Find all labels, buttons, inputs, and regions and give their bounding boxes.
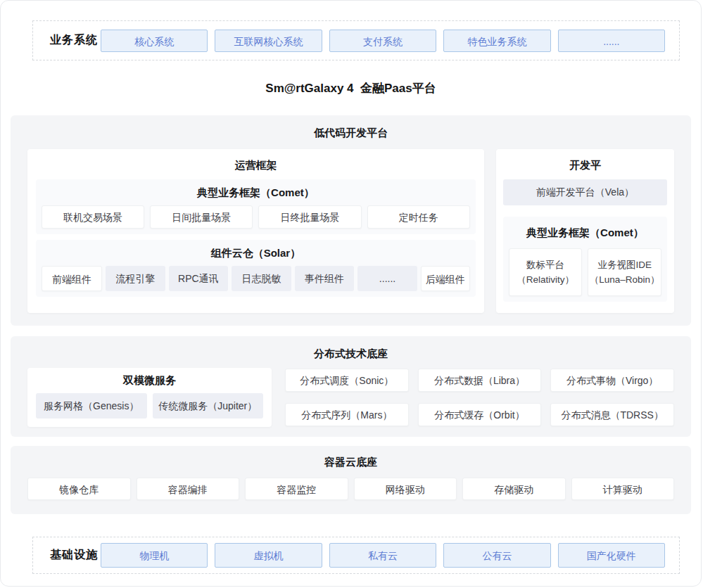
dual-mode-title: 双模微服务 [36,368,263,388]
page-title: Sm@rtGalaxy 4 金融Paas平台 [1,60,701,115]
solar-item-process-engine: 流程引擎 [106,266,165,291]
virgo-transaction-item: 分布式事物（Virgo） [550,369,674,392]
image-registry-item: 镜像仓库 [27,478,131,500]
solar-item-frontend-components: 前端组件 [42,266,102,291]
lowcode-platform-panel: 低代码开发平台 运营框架 典型业务框架（Comet） 联机交易场景 日间批量场景… [11,115,691,326]
storage-driver-item: 存储驱动 [462,478,566,500]
lowcode-platform-title: 低代码开发平台 [11,115,691,140]
comet-item-endofday-batch: 日终批量场景 [258,205,361,229]
network-driver-item: 网络驱动 [354,478,457,500]
operation-framework-title: 运营框架 [36,149,476,173]
infrastructure-panel: 基础设施 物理机 虚拟机 私有云 公有云 国产化硬件 [32,537,680,574]
solar-warehouse-title: 组件云仓（Solar） [42,245,470,260]
infrastructure-label: 基础设施 [50,548,101,563]
dev-platform-card: 开发平 前端开发平台（Vela） 典型业务框架（Comet） 数标平台 （Rel… [496,149,674,313]
distributed-base-body: 双模微服务 服务网格（Genesis） 传统微服务（Jupiter） 分布式调度… [27,368,674,427]
dev-comet-card: 典型业务框架（Comet） 数标平台 （Relativity） 业务视图IDE … [503,217,667,302]
libra-data-item: 分布式数据（Libra） [418,369,542,392]
luna-robin-line2: （Luna–Robin） [590,272,660,287]
vela-frontend-platform: 前端开发平台（Vela） [503,179,667,205]
sonic-scheduling-item: 分布式调度（Sonic） [285,369,409,392]
comet-item-online-trade: 联机交易场景 [42,205,144,229]
genesis-service-mesh-item: 服务网格（Genesis） [36,393,147,418]
relativity-line1: 数标平台 [526,257,564,272]
infrastructure-item-domestic-hardware: 国产化硬件 [558,543,665,568]
jupiter-microservice-item: 传统微服务（Jupiter） [153,393,264,418]
comet-item-daytime-batch: 日间批量场景 [150,205,253,229]
solar-item-rpc: RPC通讯 [169,266,229,291]
dual-mode-items: 服务网格（Genesis） 传统微服务（Jupiter） [36,393,263,418]
business-system-item-payment: 支付系统 [329,30,436,52]
business-system-item-core: 核心系统 [101,30,208,52]
solar-item-more: ...... [357,266,417,291]
tdrss-message-item: 分布式消息（TDRSS） [550,403,674,426]
container-cloud-items: 镜像仓库 容器编排 容器监控 网络驱动 存储驱动 计算驱动 [27,478,674,500]
dual-mode-microservice-card: 双模微服务 服务网格（Genesis） 传统微服务（Jupiter） [27,368,272,427]
comet-framework-card: 典型业务框架（Comet） 联机交易场景 日间批量场景 日终批量场景 定时任务 [36,179,476,234]
compute-driver-item: 计算驱动 [571,478,675,500]
architecture-diagram-page: 业务系统 核心系统 互联网核心系统 支付系统 特色业务系统 ...... Sm@… [0,0,702,587]
luna-robin-ide-item: 业务视图IDE （Luna–Robin） [588,248,661,296]
distributed-services-grid: 分布式调度（Sonic） 分布式数据（Libra） 分布式事物（Virgo） 分… [285,368,674,427]
comet-framework-title: 典型业务框架（Comet） [42,185,470,200]
operation-framework-card: 运营框架 典型业务框架（Comet） 联机交易场景 日间批量场景 日终批量场景 … [27,149,484,313]
business-system-item-internet-core: 互联网核心系统 [215,30,322,52]
distributed-base-title: 分布式技术底座 [11,336,691,361]
dev-comet-title: 典型业务框架（Comet） [509,225,661,240]
relativity-platform-item: 数标平台 （Relativity） [509,248,583,296]
container-monitoring-item: 容器监控 [245,478,348,500]
dev-comet-items: 数标平台 （Relativity） 业务视图IDE （Luna–Robin） [509,248,661,296]
comet-framework-items: 联机交易场景 日间批量场景 日终批量场景 定时任务 [42,205,470,229]
relativity-line2: （Relativity） [517,272,574,287]
infrastructure-item-vm: 虚拟机 [215,543,322,568]
solar-item-log-masking: 日志脱敏 [232,266,291,291]
mars-sequence-item: 分布式序列（Mars） [285,403,409,426]
orbit-cache-item: 分布式缓存（Orbit） [418,403,542,426]
infrastructure-item-public-cloud: 公有云 [443,543,550,568]
dev-platform-title: 开发平 [503,149,667,173]
business-systems-label: 业务系统 [50,33,101,48]
business-systems-panel: 业务系统 核心系统 互联网核心系统 支付系统 特色业务系统 ...... [32,20,680,60]
solar-item-event-components: 事件组件 [295,266,355,291]
business-system-item-special: 特色业务系统 [443,30,550,52]
business-systems-list: 核心系统 互联网核心系统 支付系统 特色业务系统 ...... [101,30,665,52]
comet-item-scheduled-task: 定时任务 [367,205,470,229]
infrastructure-list: 物理机 虚拟机 私有云 公有云 国产化硬件 [101,543,665,568]
distributed-base-panel: 分布式技术底座 双模微服务 服务网格（Genesis） 传统微服务（Jupite… [11,336,691,437]
solar-item-backend-components: 后端组件 [421,266,470,291]
container-cloud-title: 容器云底座 [27,446,674,469]
container-orchestration-item: 容器编排 [137,478,240,500]
infrastructure-item-physical: 物理机 [101,543,208,568]
infrastructure-item-private-cloud: 私有云 [329,543,436,568]
solar-warehouse-card: 组件云仓（Solar） 前端组件 流程引擎 RPC通讯 日志脱敏 事件组件 ..… [36,240,476,297]
solar-warehouse-items: 前端组件 流程引擎 RPC通讯 日志脱敏 事件组件 ...... 后端组件 [42,266,470,291]
lowcode-platform-body: 运营框架 典型业务框架（Comet） 联机交易场景 日间批量场景 日终批量场景 … [27,149,674,313]
luna-robin-line1: 业务视图IDE [597,257,652,272]
business-system-item-more: ...... [558,30,665,52]
container-cloud-panel: 容器云底座 镜像仓库 容器编排 容器监控 网络驱动 存储驱动 计算驱动 [11,446,691,514]
